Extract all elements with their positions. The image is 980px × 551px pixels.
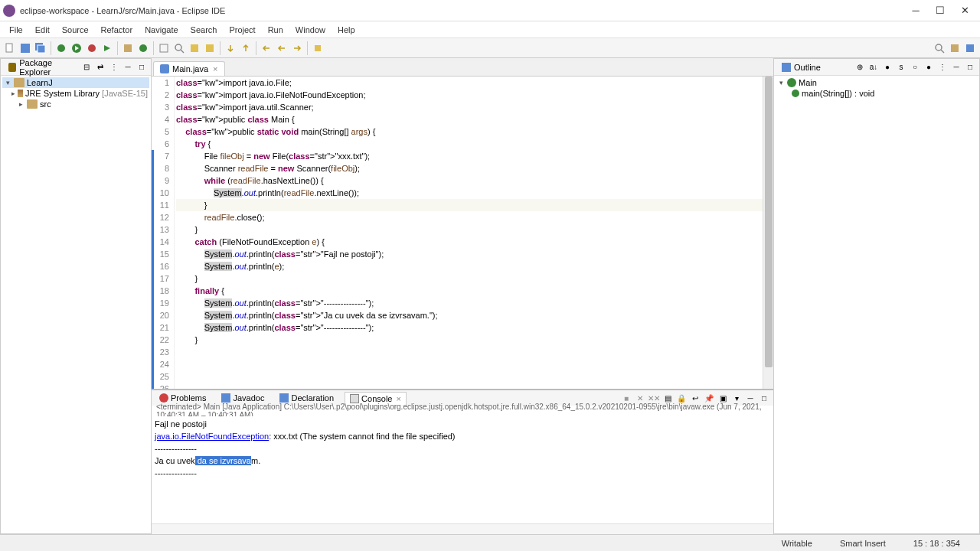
selected-text: da se izvrsava (195, 456, 251, 465)
svg-rect-9 (160, 44, 168, 52)
menu-source[interactable]: Source (56, 23, 95, 37)
collapse-all-button[interactable]: ⊟ (80, 61, 93, 73)
maximize-panel-button[interactable]: □ (136, 61, 148, 73)
maximize-button[interactable]: ☐ (928, 2, 952, 20)
svg-rect-16 (966, 44, 974, 52)
project-tree[interactable]: ▾LearnJ ▸JRE System Library [JavaSE-15] … (1, 76, 151, 111)
search-button[interactable] (172, 41, 186, 55)
menu-refactor[interactable]: Refactor (95, 23, 139, 37)
hide-local-button[interactable]: ● (923, 61, 935, 73)
java-file-icon (160, 64, 169, 73)
menu-file[interactable]: File (3, 23, 29, 37)
package-explorer-panel: Package Explorer ⊟ ⇄ ⋮ ─ □ ▾LearnJ ▸JRE … (0, 58, 152, 534)
outline-menu-button[interactable]: ⋮ (936, 61, 949, 73)
javadoc-icon (221, 393, 230, 403)
close-button[interactable]: ✕ (952, 2, 977, 20)
minimize-button[interactable]: ─ (903, 2, 928, 20)
console-icon (350, 394, 359, 403)
code-area[interactable]: class="kw">import java.io.File;class="kw… (175, 77, 763, 389)
annotation-button[interactable] (203, 41, 217, 55)
pin-editor-button[interactable] (311, 41, 325, 55)
hide-static-button[interactable]: s (895, 61, 907, 73)
status-position: 15 : 18 : 354 (900, 539, 974, 548)
coverage-button[interactable] (85, 41, 99, 55)
debug-button[interactable] (54, 41, 68, 55)
tree-project-root[interactable]: ▾LearnJ (2, 77, 149, 88)
editor-zone: Main.java × 1234567891011121314151617181… (152, 58, 773, 534)
window-title: eclipse-workspace - LearnJ/src/Main.java… (20, 6, 903, 15)
bottom-panel: Problems Javadoc Declaration Console× ■ … (152, 389, 773, 534)
view-menu-button[interactable]: ⋮ (108, 61, 120, 73)
menu-window[interactable]: Window (289, 23, 332, 37)
quick-access-button[interactable] (933, 41, 946, 55)
code-editor[interactable]: 1234567891011121314151617181920212223242… (152, 77, 773, 389)
svg-rect-12 (206, 44, 214, 52)
minimize-panel-button[interactable]: ─ (122, 61, 134, 73)
close-tab-button[interactable]: × (213, 64, 217, 73)
outline-method-main[interactable]: main(String[]) : void (776, 88, 978, 99)
svg-point-4 (57, 44, 65, 52)
svg-rect-0 (6, 44, 12, 52)
menu-help[interactable]: Help (332, 23, 361, 37)
menu-project[interactable]: Project (223, 23, 261, 37)
back-button[interactable] (275, 41, 289, 55)
outline-panel: Outline ⊕ a↓ ● s ○ ● ⋮ ─ □ ▾Main main(St… (773, 58, 980, 534)
toggle-mark-button[interactable] (188, 41, 201, 55)
svg-point-8 (139, 44, 147, 52)
focus-button[interactable]: ⊕ (854, 61, 866, 73)
new-class-button[interactable] (136, 41, 150, 55)
eclipse-icon (3, 5, 15, 17)
line-number-gutter: 1234567891011121314151617181920212223242… (152, 77, 175, 389)
run-button[interactable] (70, 41, 83, 55)
new-package-button[interactable] (121, 41, 135, 55)
editor-scrollbar[interactable] (763, 77, 773, 389)
save-all-button[interactable] (34, 41, 47, 55)
save-button[interactable] (18, 41, 32, 55)
sort-button[interactable]: a↓ (867, 61, 880, 73)
status-writable: Writable (768, 539, 826, 548)
open-perspective-button[interactable] (948, 41, 962, 55)
package-explorer-title: Package Explorer (19, 58, 76, 77)
close-console-button[interactable]: × (396, 394, 400, 403)
minimize-outline-button[interactable]: ─ (950, 61, 962, 73)
titlebar: eclipse-workspace - LearnJ/src/Main.java… (0, 0, 980, 21)
menu-navigate[interactable]: Navigate (139, 23, 184, 37)
menu-edit[interactable]: Edit (29, 23, 56, 37)
prev-annotation-button[interactable] (239, 41, 253, 55)
forward-button[interactable] (290, 41, 304, 55)
open-type-button[interactable] (157, 41, 171, 55)
class-icon (787, 78, 796, 87)
project-icon (14, 78, 24, 87)
hide-nonpublic-button[interactable]: ○ (909, 61, 921, 73)
maximize-outline-button[interactable]: □ (964, 61, 976, 73)
outline-tree[interactable]: ▾Main main(String[]) : void (774, 76, 979, 100)
declaration-icon (279, 393, 289, 403)
outline-class[interactable]: ▾Main (776, 77, 978, 88)
method-icon (792, 90, 799, 97)
outline-title: Outline (794, 63, 821, 72)
svg-point-10 (175, 44, 181, 51)
last-edit-button[interactable] (260, 41, 273, 55)
exception-link[interactable]: java.io.FileNotFoundException (155, 432, 269, 441)
console-info-bar: <terminated> Main [Java Application] C:\… (152, 406, 773, 416)
link-editor-button[interactable]: ⇄ (94, 61, 106, 73)
hide-fields-button[interactable]: ● (881, 61, 893, 73)
menu-search[interactable]: Search (185, 23, 224, 37)
svg-rect-1 (21, 44, 30, 53)
folder-icon (27, 99, 38, 109)
new-button[interactable] (3, 41, 17, 55)
next-annotation-button[interactable] (224, 41, 237, 55)
problems-icon (159, 393, 168, 403)
svg-rect-13 (315, 45, 321, 51)
run-last-button[interactable] (100, 41, 114, 55)
svg-rect-7 (124, 44, 132, 52)
console-output[interactable]: Fajl ne postoji java.io.FileNotFoundExce… (152, 416, 773, 523)
library-icon (18, 90, 23, 97)
tree-jre-library[interactable]: ▸JRE System Library [JavaSE-15] (2, 88, 149, 99)
console-h-scroll[interactable] (152, 523, 773, 534)
tree-src-folder[interactable]: ▸src (2, 99, 149, 109)
svg-point-14 (936, 44, 942, 51)
java-perspective-button[interactable] (963, 41, 977, 55)
editor-tab-main[interactable]: Main.java × (153, 61, 225, 76)
menu-run[interactable]: Run (262, 23, 289, 37)
